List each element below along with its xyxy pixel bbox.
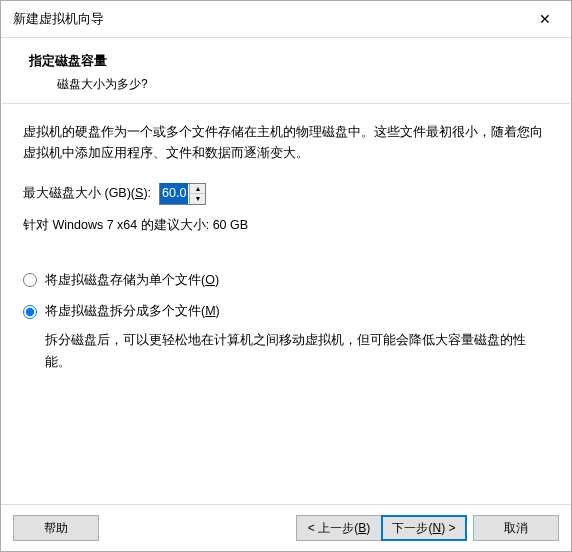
radio-single-file-input[interactable]	[23, 273, 37, 287]
cancel-button[interactable]: 取消	[473, 515, 559, 541]
close-icon: ✕	[539, 11, 551, 27]
disk-size-row: 最大磁盘大小 (GB)(S): 60.0 ▲ ▼	[23, 183, 549, 205]
radio-split-files-input[interactable]	[23, 305, 37, 319]
spinner-up-button[interactable]: ▲	[190, 184, 205, 195]
radio-split-description: 拆分磁盘后，可以更轻松地在计算机之间移动虚拟机，但可能会降低大容量磁盘的性能。	[45, 330, 549, 373]
titlebar: 新建虚拟机向导 ✕	[1, 1, 571, 38]
disk-size-label: 最大磁盘大小 (GB)(S):	[23, 183, 151, 204]
disk-size-spinner[interactable]: 60.0 ▲ ▼	[159, 183, 206, 205]
radio-single-file[interactable]: 将虚拟磁盘存储为单个文件(O)	[23, 270, 549, 291]
back-button[interactable]: < 上一步(B)	[296, 515, 382, 541]
next-button[interactable]: 下一步(N) >	[381, 515, 467, 541]
radio-split-files[interactable]: 将虚拟磁盘拆分成多个文件(M)	[23, 301, 549, 322]
help-button[interactable]: 帮助	[13, 515, 99, 541]
description-text: 虚拟机的硬盘作为一个或多个文件存储在主机的物理磁盘中。这些文件最初很小，随着您向…	[23, 122, 549, 165]
nav-button-group: < 上一步(B) 下一步(N) >	[296, 515, 467, 541]
spinner-down-button[interactable]: ▼	[190, 194, 205, 204]
wizard-content: 虚拟机的硬盘作为一个或多个文件存储在主机的物理磁盘中。这些文件最初很小，随着您向…	[1, 104, 571, 504]
window-title: 新建虚拟机向导	[13, 10, 104, 28]
recommended-size-text: 针对 Windows 7 x64 的建议大小: 60 GB	[23, 215, 549, 236]
page-subheading: 磁盘大小为多少?	[57, 76, 557, 93]
radio-split-files-label: 将虚拟磁盘拆分成多个文件(M)	[45, 301, 220, 322]
radio-single-file-label: 将虚拟磁盘存储为单个文件(O)	[45, 270, 219, 291]
disk-size-input[interactable]: 60.0	[160, 184, 189, 204]
close-button[interactable]: ✕	[527, 7, 563, 31]
page-heading: 指定磁盘容量	[29, 52, 557, 70]
wizard-window: 新建虚拟机向导 ✕ 指定磁盘容量 磁盘大小为多少? 虚拟机的硬盘作为一个或多个文…	[0, 0, 572, 552]
disk-storage-radio-group: 将虚拟磁盘存储为单个文件(O) 将虚拟磁盘拆分成多个文件(M) 拆分磁盘后，可以…	[23, 270, 549, 373]
wizard-footer: 帮助 < 上一步(B) 下一步(N) > 取消	[1, 504, 571, 551]
spinner-buttons: ▲ ▼	[189, 184, 205, 204]
wizard-header: 指定磁盘容量 磁盘大小为多少?	[1, 38, 571, 103]
